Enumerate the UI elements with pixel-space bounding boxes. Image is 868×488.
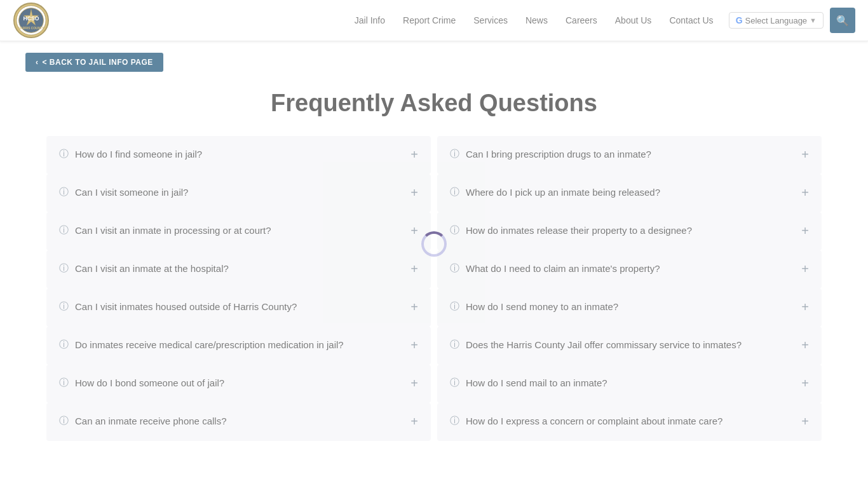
info-icon: ⓘ (450, 301, 459, 313)
expand-icon: + (801, 414, 809, 429)
expand-icon: + (801, 262, 809, 276)
info-icon: ⓘ (59, 377, 69, 389)
faq-question-text: Can I visit inmates housed outside of Ha… (75, 300, 297, 313)
faq-item[interactable]: ⓘ Does the Harris County Jail offer comm… (437, 327, 822, 365)
faq-item[interactable]: ⓘ How do I bond someone out of jail? + (46, 365, 431, 403)
search-button[interactable]: 🔍 (830, 8, 855, 33)
svg-text:HARRIS COUNTY: HARRIS COUNTY (18, 27, 44, 30)
google-icon: G (736, 15, 743, 25)
faq-item[interactable]: ⓘ How do inmates release their property … (437, 212, 822, 250)
faq-item[interactable]: ⓘ Can I visit an inmate at the hospital?… (46, 250, 431, 288)
faq-question-text: Do inmates receive medical care/prescrip… (75, 338, 344, 351)
faq-question-text: How do I send money to an inmate? (466, 300, 618, 313)
info-icon: ⓘ (450, 377, 459, 389)
faq-question-text: How do I send mail to an inmate? (466, 376, 607, 390)
expand-icon: + (410, 224, 418, 238)
faq-question-text: How do I bond someone out of jail? (75, 376, 224, 390)
faq-question-text: How do inmates release their property to… (466, 224, 692, 237)
faq-question-text: How do I find someone in jail? (75, 147, 202, 161)
faq-item-left: ⓘ Can I visit an inmate in processing or… (59, 224, 404, 237)
faq-item-left: ⓘ What do I need to claim an inmate's pr… (450, 262, 795, 275)
faq-item[interactable]: ⓘ Can an inmate receive phone calls? + (46, 403, 431, 441)
expand-icon: + (410, 186, 418, 200)
expand-icon: + (801, 338, 809, 353)
svg-text:HCSO: HCSO (23, 15, 39, 22)
faq-item[interactable]: ⓘ Where do I pick up an inmate being rel… (437, 174, 822, 212)
info-icon: ⓘ (450, 262, 459, 274)
faq-question-text: Where do I pick up an inmate being relea… (466, 186, 660, 199)
faq-item-left: ⓘ Can I visit an inmate at the hospital? (59, 262, 404, 275)
faq-grid: ⓘ How do I find someone in jail? + ⓘ Can… (21, 136, 847, 466)
faq-item[interactable]: ⓘ Can I visit inmates housed outside of … (46, 288, 431, 327)
faq-question-text: How do I express a concern or complaint … (466, 414, 722, 428)
hcso-logo-icon: HARRIS COUNTY HCSO (13, 2, 50, 39)
page-title: Frequently Asked Questions (0, 90, 868, 117)
back-to-jail-info-button[interactable]: ‹ < BACK TO JAIL INFO PAGE (25, 53, 163, 72)
nav-news[interactable]: News (517, 10, 557, 30)
info-icon: ⓘ (59, 301, 69, 313)
info-icon: ⓘ (450, 148, 459, 160)
info-icon: ⓘ (59, 186, 69, 198)
info-icon: ⓘ (450, 339, 459, 351)
nav-report-crime[interactable]: Report Crime (394, 10, 465, 30)
expand-icon: + (801, 186, 809, 200)
faq-item-left: ⓘ Can I bring prescription drugs to an i… (450, 147, 795, 161)
faq-item-left: ⓘ How do I send money to an inmate? (450, 300, 795, 313)
faq-item[interactable]: ⓘ How do I find someone in jail? + (46, 136, 431, 174)
faq-item-left: ⓘ How do inmates release their property … (450, 224, 795, 237)
faq-item[interactable]: ⓘ Can I visit someone in jail? + (46, 174, 431, 212)
google-translate-widget[interactable]: G Select Language ▼ (729, 12, 824, 29)
faq-left-column: ⓘ How do I find someone in jail? + ⓘ Can… (46, 136, 431, 441)
faq-item[interactable]: ⓘ How do I send money to an inmate? + (437, 288, 822, 327)
faq-item-left: ⓘ Can I visit inmates housed outside of … (59, 300, 404, 313)
faq-item-left: ⓘ How do I send mail to an inmate? (450, 376, 795, 390)
info-icon: ⓘ (450, 415, 459, 427)
faq-item[interactable]: ⓘ Do inmates receive medical care/prescr… (46, 327, 431, 365)
expand-icon: + (410, 414, 418, 429)
faq-item-left: ⓘ How do I express a concern or complain… (450, 414, 795, 428)
faq-item[interactable]: ⓘ How do I express a concern or complain… (437, 403, 822, 441)
translate-chevron-icon: ▼ (810, 17, 817, 24)
nav-jail-info[interactable]: Jail Info (346, 10, 394, 30)
faq-item-left: ⓘ Can I visit someone in jail? (59, 186, 404, 199)
faq-item-left: ⓘ Does the Harris County Jail offer comm… (450, 338, 795, 351)
expand-icon: + (410, 338, 418, 353)
expand-icon: + (801, 300, 809, 315)
expand-icon: + (801, 224, 809, 238)
faq-question-text: What do I need to claim an inmate's prop… (466, 262, 660, 275)
expand-icon: + (410, 147, 418, 162)
expand-icon: + (801, 376, 809, 391)
info-icon: ⓘ (59, 262, 69, 274)
expand-icon: + (801, 147, 809, 162)
faq-item-left: ⓘ Do inmates receive medical care/prescr… (59, 338, 404, 351)
faq-question-text: Can an inmate receive phone calls? (75, 414, 226, 428)
nav-careers[interactable]: Careers (557, 10, 606, 30)
faq-item-left: ⓘ Where do I pick up an inmate being rel… (450, 186, 795, 199)
faq-question-text: Can I visit an inmate at the hospital? (75, 262, 229, 275)
faq-question-text: Can I visit an inmate in processing or a… (75, 224, 271, 237)
faq-item[interactable]: ⓘ Can I bring prescription drugs to an i… (437, 136, 822, 174)
logo-area[interactable]: HARRIS COUNTY HCSO (13, 2, 50, 39)
main-nav: Jail InfoReport CrimeServicesNewsCareers… (346, 8, 855, 33)
faq-item-left: ⓘ How do I find someone in jail? (59, 147, 404, 161)
faq-item[interactable]: ⓘ Can I visit an inmate in processing or… (46, 212, 431, 250)
site-header: HARRIS COUNTY HCSO Jail InfoReport Crime… (0, 0, 868, 41)
nav-about-us[interactable]: About Us (606, 10, 661, 30)
nav-contact-us[interactable]: Contact Us (660, 10, 722, 30)
faq-item[interactable]: ⓘ What do I need to claim an inmate's pr… (437, 250, 822, 288)
search-icon: 🔍 (836, 15, 849, 27)
faq-question-text: Can I visit someone in jail? (75, 186, 188, 199)
faq-item-left: ⓘ Can an inmate receive phone calls? (59, 414, 404, 428)
info-icon: ⓘ (59, 224, 69, 236)
faq-item[interactable]: ⓘ How do I send mail to an inmate? + (437, 365, 822, 403)
info-icon: ⓘ (450, 186, 459, 198)
info-icon: ⓘ (59, 415, 69, 427)
faq-question-text: Can I bring prescription drugs to an inm… (466, 147, 651, 161)
expand-icon: + (410, 262, 418, 276)
faq-item-left: ⓘ How do I bond someone out of jail? (59, 376, 404, 390)
back-button-label: < BACK TO JAIL INFO PAGE (43, 58, 153, 67)
faq-question-text: Does the Harris County Jail offer commis… (466, 338, 742, 351)
nav-services[interactable]: Services (465, 10, 517, 30)
back-arrow-icon: ‹ (36, 58, 39, 67)
info-icon: ⓘ (59, 148, 69, 160)
